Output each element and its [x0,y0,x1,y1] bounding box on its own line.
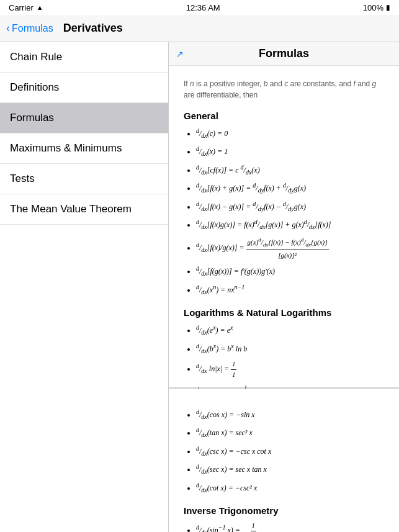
formula-item: d/dx[f(x) + g(x)] = d/dyf(x) + d/dyg(x) [196,181,384,196]
page-header-title: Formulas [259,47,309,60]
back-label: Formulas [12,23,53,34]
battery-icon: ▮ [386,3,390,12]
formula-item: d/dx[f(g(x))] = f′(g(x))g′(x) [196,264,384,279]
sidebar: Chain Rule Definitions Formulas Maximums… [0,42,169,532]
formula-item: d/dx(xn) = nxn−1 [196,282,384,297]
sidebar-item-mean-value-theorem[interactable]: The Mean Value Theorem [0,194,168,225]
expand-icon[interactable]: ↗ [176,49,184,59]
status-bar: Carrier ▲ 12:36 AM 100% ▮ [0,0,399,15]
formula-item: d/dx ln|x| = 11 [196,359,384,380]
content-area[interactable]: ↗ Formulas If n is a positive integer, b… [169,42,399,532]
formula-item: d/dx(sin−1 x) = 1√(1 − x²) [196,521,384,532]
page-header: ↗ Formulas [169,42,399,66]
sidebar-item-tests[interactable]: Tests [0,164,168,194]
trig-cont-formulas: d/dx(cos x) = −sin x d/dx(tan x) = sec² … [184,407,384,495]
formula-page-1: If n is a positive integer, b and c are … [169,66,399,389]
formula-item: d/dx[f(x) − g(x)] = d/dyf(x) − d/dyg(x) [196,199,384,214]
wifi-icon: ▲ [37,4,43,11]
section-title-log: Logarithms & Natural Logarithms [184,307,384,318]
general-formulas: d/dx(c) = 0 d/dx(x) = 1 d/dx[cf(x)] = c … [184,126,384,297]
sidebar-item-maximums-minimums[interactable]: Maximums & Minimums [0,133,168,164]
back-button[interactable]: ‹ Formulas [6,22,53,35]
nav-bar: ‹ Formulas Derivatives [0,15,399,42]
formula-item: d/dx(cot x) = −csc² x [196,480,384,495]
formula-item: d/dx(ex) = ex [196,323,384,338]
carrier-label: Carrier [9,3,34,12]
battery-label: 100% [363,3,383,12]
sidebar-item-definitions[interactable]: Definitions [0,73,168,103]
formula-page-2: d/dx(cos x) = −sin x d/dx(tan x) = sec² … [169,389,399,532]
back-arrow-icon: ‹ [6,22,10,35]
formula-item: d/dx(cos x) = −sin x [196,407,384,422]
formula-item: d/dx(x) = 1 [196,144,384,159]
section-title-general: General [184,110,384,121]
sidebar-item-formulas[interactable]: Formulas [0,103,168,133]
main-layout: Chain Rule Definitions Formulas Maximums… [0,42,399,532]
nav-title: Derivatives [63,22,123,35]
status-right: 100% ▮ [363,3,390,12]
formula-item: d/dx(bx) = bx ln b [196,341,384,356]
formula-item: d/dx[cf(x)] = c d/dx(x) [196,163,384,178]
formula-item: d/dx[f(x)g(x)] = f(x)d/dx[g(x)] + g(x)d/… [196,217,384,232]
formula-item: d/dx(csc x) = −csc x cot x [196,444,384,459]
status-time: 12:36 AM [186,3,220,12]
section-title-inv-trig: Inverse Trigonometry [184,505,384,516]
sidebar-item-chain-rule[interactable]: Chain Rule [0,42,168,73]
inv-trig-formulas: d/dx(sin−1 x) = 1√(1 − x²) d/dx(cos−1 x)… [184,521,384,532]
formula-intro: If n is a positive integer, b and c are … [184,78,384,101]
status-left: Carrier ▲ [9,3,43,12]
formula-item: d/dx(sec x) = sec x tan x [196,462,384,477]
formula-item: d/dx(tan x) = sec² x [196,425,384,440]
formula-item: d/dx(c) = 0 [196,126,384,141]
formula-item: d/dx[f(x)/g(x)] = g(x)d/dx{f(x)} − f(x)d… [196,235,384,261]
